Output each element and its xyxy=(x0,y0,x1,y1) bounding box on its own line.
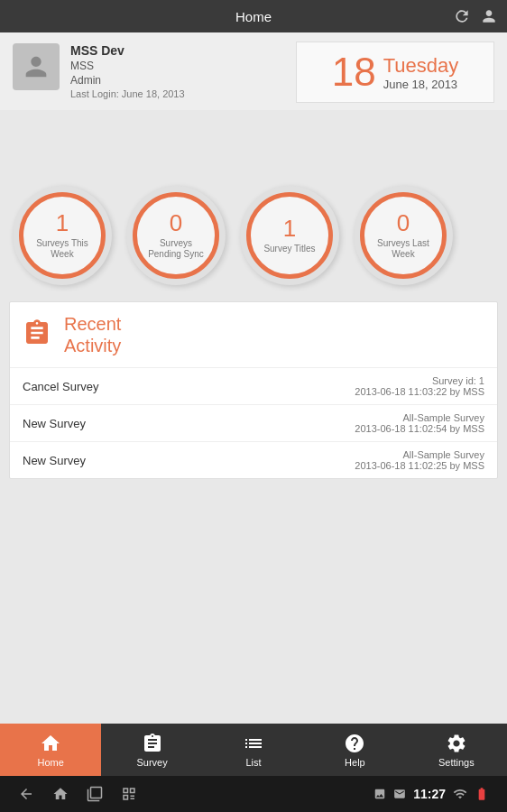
date-box: 18 Tuesday June 18, 2013 xyxy=(296,42,494,103)
nav-item-settings[interactable]: Settings xyxy=(406,724,507,776)
activity-item[interactable]: New Survey All-Sample Survey 2013-06-18 … xyxy=(10,442,497,478)
stats-section: 1 Surveys This Week 0 Surveys Pending Sy… xyxy=(0,171,507,292)
user-info: MSS Dev MSS Admin Last Login: June 18, 2… xyxy=(70,43,185,99)
circle-label: Survey Titles xyxy=(258,244,320,254)
nav-item-survey[interactable]: Survey xyxy=(101,724,202,776)
android-email-icon xyxy=(393,788,406,800)
nav-item-home[interactable]: Home xyxy=(0,724,101,776)
top-bar-title: Home xyxy=(235,9,272,24)
activity-meta: Survey id: 1 2013-06-18 11:03:22 by MSS xyxy=(355,375,484,397)
top-bar: Home xyxy=(0,0,507,32)
activity-survey: All-Sample Survey xyxy=(355,412,484,423)
nav-label-help: Help xyxy=(345,757,365,768)
circle-ring: 1 Surveys This Week xyxy=(19,192,106,279)
circle-outer: 0 Surveys Pending Sync xyxy=(126,186,226,285)
android-bar: 11:27 xyxy=(0,776,507,812)
activity-time: 2013-06-18 11:02:25 by MSS xyxy=(355,460,484,471)
activity-item[interactable]: New Survey All-Sample Survey 2013-06-18 … xyxy=(10,405,497,442)
android-back-icon[interactable] xyxy=(18,786,34,802)
stat-circle-surveys-pending-sync: 0 Surveys Pending Sync xyxy=(126,186,226,285)
circle-ring: 0 Surveys Last Week xyxy=(360,192,447,279)
stat-circle-survey-titles: 1 Survey Titles xyxy=(240,186,339,285)
circle-number: 0 xyxy=(170,211,182,235)
recent-activity-section: RecentActivity Cancel Survey Survey id: … xyxy=(9,301,498,479)
date-number: 18 xyxy=(332,52,376,92)
survey-nav-icon xyxy=(142,733,163,754)
top-bar-icons xyxy=(453,7,498,25)
circle-ring: 1 Survey Titles xyxy=(246,192,333,279)
activity-action: New Survey xyxy=(23,454,86,467)
activity-survey: All-Sample Survey xyxy=(355,449,484,460)
activity-action: Cancel Survey xyxy=(23,380,99,393)
user-org: MSS xyxy=(70,60,185,72)
stat-circle-surveys-this-week: 1 Surveys This Week xyxy=(13,186,112,285)
date-text: Tuesday June 18, 2013 xyxy=(383,54,459,91)
avatar-icon xyxy=(21,51,51,82)
circle-label: Surveys This Week xyxy=(23,238,101,260)
help-nav-icon xyxy=(344,733,365,754)
nav-item-list[interactable]: List xyxy=(203,724,304,776)
stat-circle-surveys-last-week: 0 Surveys Last Week xyxy=(354,186,453,285)
circle-label: Surveys Last Week xyxy=(364,238,442,260)
user-section: MSS Dev MSS Admin Last Login: June 18, 2… xyxy=(0,32,507,110)
circle-number: 1 xyxy=(283,217,296,240)
battery-icon xyxy=(475,787,489,801)
android-time: 11:27 xyxy=(413,787,446,801)
user-last-login: Last Login: June 18, 2013 xyxy=(70,88,185,99)
date-day: Tuesday xyxy=(383,54,459,78)
activity-list: Cancel Survey Survey id: 1 2013-06-18 11… xyxy=(10,368,497,478)
activity-time: 2013-06-18 11:03:22 by MSS xyxy=(355,386,484,397)
activity-survey: Survey id: 1 xyxy=(355,375,484,386)
nav-label-settings: Settings xyxy=(438,757,475,768)
refresh-icon[interactable] xyxy=(453,7,471,25)
user-icon[interactable] xyxy=(480,7,498,25)
activity-meta: All-Sample Survey 2013-06-18 11:02:54 by… xyxy=(355,412,484,434)
android-recents-icon[interactable] xyxy=(87,786,103,802)
settings-nav-icon xyxy=(446,733,467,754)
list-nav-icon xyxy=(243,733,264,754)
android-status: 11:27 xyxy=(373,787,489,801)
user-name: MSS Dev xyxy=(70,43,185,58)
android-image-icon xyxy=(373,788,386,800)
nav-label-home: Home xyxy=(38,757,64,768)
circle-outer: 0 Surveys Last Week xyxy=(354,186,453,285)
android-qr-icon[interactable] xyxy=(121,786,137,802)
nav-label-survey: Survey xyxy=(136,757,167,768)
nav-item-help[interactable]: Help xyxy=(304,724,405,776)
circle-ring: 0 Surveys Pending Sync xyxy=(133,192,219,279)
recent-activity-header: RecentActivity xyxy=(10,302,497,368)
date-full: June 18, 2013 xyxy=(383,78,459,91)
android-home-icon[interactable] xyxy=(52,786,69,802)
circle-outer: 1 Surveys This Week xyxy=(13,186,112,285)
circle-number: 0 xyxy=(397,211,410,235)
android-nav-buttons xyxy=(18,786,137,802)
home-nav-icon xyxy=(40,733,61,754)
activity-action: New Survey xyxy=(23,417,86,430)
clipboard-icon xyxy=(23,317,51,353)
bottom-nav: Home Survey List Help Settings xyxy=(0,724,507,776)
user-role: Admin xyxy=(70,74,185,87)
activity-time: 2013-06-18 11:02:54 by MSS xyxy=(355,423,484,434)
circle-outer: 1 Survey Titles xyxy=(240,186,339,285)
activity-meta: All-Sample Survey 2013-06-18 11:02:25 by… xyxy=(355,449,484,471)
activity-item[interactable]: Cancel Survey Survey id: 1 2013-06-18 11… xyxy=(10,368,497,405)
recent-activity-title: RecentActivity xyxy=(64,313,121,356)
circle-label: Surveys Pending Sync xyxy=(137,238,215,260)
nav-label-list: List xyxy=(245,757,261,768)
wifi-icon xyxy=(453,787,467,801)
circle-number: 1 xyxy=(56,211,69,235)
avatar xyxy=(13,43,60,90)
